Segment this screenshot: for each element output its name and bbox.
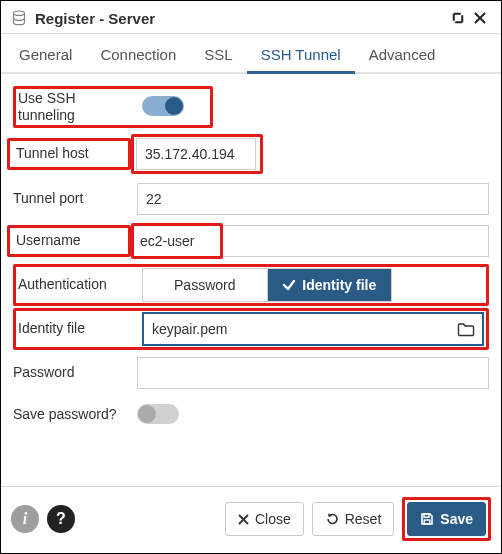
row-tunnel-host: Tunnel host	[13, 130, 489, 178]
password-label: Password	[13, 364, 137, 382]
tabs: General Connection SSL SSH Tunnel Advanc…	[1, 34, 501, 74]
database-icon	[11, 10, 27, 26]
authentication-segmented: Password Identity file	[142, 268, 392, 302]
save-button-label: Save	[440, 511, 473, 527]
tunnel-port-input[interactable]	[137, 183, 489, 215]
use-ssh-tunneling-toggle[interactable]	[142, 96, 184, 116]
tab-advanced[interactable]: Advanced	[355, 36, 450, 74]
row-use-ssh-tunneling: Use SSH tunneling	[13, 86, 213, 128]
row-save-password: Save password?	[13, 394, 489, 436]
username-label: Username	[7, 225, 131, 257]
maximize-icon[interactable]	[447, 7, 469, 29]
close-button[interactable]: Close	[225, 502, 304, 536]
dialog-title: Register - Server	[35, 10, 447, 27]
identity-file-label: Identity file	[18, 320, 142, 338]
tab-ssh-tunnel[interactable]: SSH Tunnel	[247, 36, 355, 74]
authentication-label: Authentication	[18, 276, 142, 294]
tunnel-host-label: Tunnel host	[7, 138, 131, 170]
save-password-label: Save password?	[13, 406, 137, 424]
reset-button-label: Reset	[345, 511, 382, 527]
folder-icon[interactable]	[450, 314, 482, 344]
row-identity-file: Identity file	[13, 308, 489, 350]
use-ssh-tunneling-label: Use SSH tunneling	[18, 90, 142, 125]
reset-button[interactable]: Reset	[312, 502, 395, 536]
toggle-knob	[165, 97, 183, 115]
close-button-label: Close	[255, 511, 291, 527]
save-icon	[420, 512, 434, 526]
tab-general[interactable]: General	[5, 36, 86, 74]
tunnel-port-label: Tunnel port	[13, 190, 137, 208]
save-password-toggle[interactable]	[137, 404, 179, 424]
save-button[interactable]: Save	[407, 502, 486, 536]
info-icon: i	[23, 510, 27, 528]
register-server-dialog: Register - Server General Connection SSL…	[0, 0, 502, 554]
row-password: Password	[13, 352, 489, 394]
auth-option-identity-file[interactable]: Identity file	[268, 269, 392, 301]
close-x-icon	[238, 514, 249, 525]
toggle-knob	[138, 405, 156, 423]
row-authentication: Authentication Password Identity file	[13, 264, 489, 306]
check-icon	[282, 278, 296, 292]
ssh-tunnel-form: Use SSH tunneling Tunnel host /*fix: mak…	[1, 74, 501, 486]
username-input[interactable]	[131, 225, 489, 257]
svg-rect-1	[424, 514, 429, 517]
tab-connection[interactable]: Connection	[86, 36, 190, 74]
auth-option-identity-file-label: Identity file	[302, 277, 376, 293]
titlebar: Register - Server	[1, 1, 501, 34]
tab-ssl[interactable]: SSL	[190, 36, 246, 74]
svg-point-0	[14, 11, 25, 15]
auth-option-password[interactable]: Password	[143, 269, 268, 301]
tunnel-host-input[interactable]	[136, 138, 256, 170]
help-button[interactable]: ?	[47, 505, 75, 533]
close-icon[interactable]	[469, 7, 491, 29]
svg-rect-2	[424, 520, 430, 524]
reset-icon	[325, 512, 339, 526]
save-highlight: Save	[402, 497, 491, 541]
row-username: Username	[13, 220, 489, 262]
question-icon: ?	[56, 510, 66, 528]
password-input[interactable]	[137, 357, 489, 389]
row-tunnel-port: Tunnel port	[13, 178, 489, 220]
identity-file-input[interactable]	[144, 317, 450, 341]
identity-file-field	[142, 312, 484, 346]
info-button[interactable]: i	[11, 505, 39, 533]
dialog-footer: i ? Close Reset Save	[1, 486, 501, 553]
